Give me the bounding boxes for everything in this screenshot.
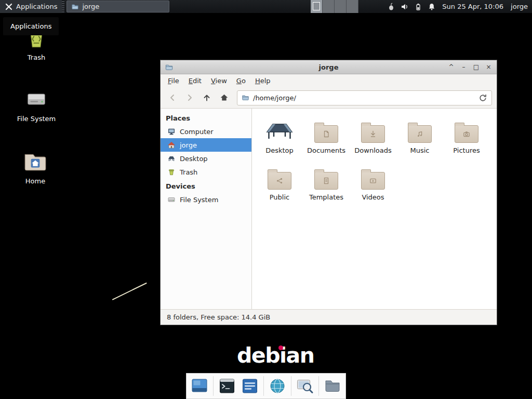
location-path[interactable]: /home/jorge/ bbox=[253, 94, 475, 102]
file-manager-icon[interactable] bbox=[323, 377, 342, 395]
sidebar: Places Computer jorge bbox=[161, 109, 252, 309]
window-body: Places Computer jorge bbox=[161, 109, 497, 309]
share-emblem-icon bbox=[275, 177, 284, 185]
file-item-music[interactable]: Music bbox=[396, 116, 443, 154]
file-grid: Desktop Documents bbox=[256, 116, 493, 201]
file-item-desktop[interactable]: Desktop bbox=[256, 116, 303, 154]
menu-help[interactable]: Help bbox=[250, 75, 275, 87]
notification-bell-icon[interactable] bbox=[428, 3, 436, 11]
folder-icon bbox=[361, 125, 385, 143]
toolbar: /home/jorge/ bbox=[161, 87, 497, 109]
desk-icon bbox=[167, 154, 176, 163]
sidebar-item-trash[interactable]: Trash bbox=[161, 165, 251, 179]
music-emblem-icon bbox=[416, 130, 424, 138]
applications-menu-button[interactable]: Applications bbox=[0, 0, 62, 13]
minimize-button[interactable]: – bbox=[460, 63, 468, 71]
sidebar-item-computer[interactable]: Computer bbox=[161, 125, 251, 138]
reload-icon[interactable] bbox=[478, 94, 487, 102]
file-item-documents[interactable]: Documents bbox=[303, 116, 350, 154]
trash-icon bbox=[167, 168, 176, 176]
file-manager-window: jorge ^ – □ × File Edit View Go Help bbox=[160, 60, 497, 325]
settings-editor-icon[interactable] bbox=[241, 377, 259, 395]
file-item-label: Music bbox=[410, 147, 430, 154]
file-item-label: Downloads bbox=[354, 147, 391, 154]
battery-icon[interactable] bbox=[414, 3, 422, 11]
home-folder-icon bbox=[23, 150, 48, 174]
window-controls: ^ – □ × bbox=[447, 63, 493, 71]
forward-icon bbox=[185, 93, 194, 102]
workspace-pager[interactable] bbox=[311, 0, 358, 13]
screenshot-tool-icon[interactable] bbox=[296, 377, 314, 395]
drive-icon bbox=[167, 195, 176, 204]
workspace-2[interactable] bbox=[323, 0, 335, 13]
window-title: jorge bbox=[161, 63, 497, 71]
up-button[interactable] bbox=[200, 90, 214, 105]
desktop-icon-label: File System bbox=[17, 115, 56, 123]
file-item-label: Pictures bbox=[453, 147, 480, 154]
file-view[interactable]: Desktop Documents bbox=[252, 109, 497, 309]
workspace-3[interactable] bbox=[335, 0, 347, 13]
location-bar[interactable]: /home/jorge/ bbox=[237, 90, 492, 105]
panel-user-menu[interactable]: jorge bbox=[511, 0, 528, 13]
up-icon bbox=[202, 93, 211, 102]
desktop-icon-home[interactable]: Home bbox=[12, 150, 59, 185]
statusbar: 8 folders, Free space: 14.4 GiB bbox=[161, 309, 497, 325]
web-browser-icon[interactable] bbox=[268, 377, 287, 395]
folder-icon bbox=[408, 125, 432, 143]
file-item-templates[interactable]: Templates bbox=[303, 163, 350, 201]
status-text: 8 folders, Free space: 14.4 GiB bbox=[167, 313, 270, 321]
close-button[interactable]: × bbox=[485, 63, 493, 71]
file-item-videos[interactable]: Videos bbox=[350, 163, 396, 201]
folder-icon bbox=[71, 3, 79, 10]
volume-icon[interactable] bbox=[401, 3, 409, 11]
desktop-icon-file-system[interactable]: File System bbox=[13, 87, 60, 123]
file-item-public[interactable]: Public bbox=[256, 163, 303, 201]
sidebar-item-label: File System bbox=[180, 196, 218, 204]
devices-header: Devices bbox=[161, 179, 251, 193]
forward-button[interactable] bbox=[182, 90, 197, 105]
folder-icon bbox=[314, 172, 338, 190]
home-button[interactable] bbox=[217, 90, 231, 105]
sidebar-item-label: Desktop bbox=[180, 155, 208, 163]
menu-view[interactable]: View bbox=[206, 75, 232, 87]
document-emblem-icon bbox=[322, 130, 330, 138]
dock-separator bbox=[263, 376, 264, 396]
back-icon bbox=[168, 93, 177, 102]
download-emblem-icon bbox=[369, 130, 377, 138]
sidebar-item-jorge[interactable]: jorge bbox=[161, 138, 251, 152]
camera-emblem-icon bbox=[462, 130, 471, 138]
desktop: { "panel": { "applications_label": "Appl… bbox=[0, 0, 532, 399]
places-header: Places bbox=[161, 111, 251, 125]
maximize-button[interactable]: □ bbox=[472, 63, 480, 71]
shade-button[interactable]: ^ bbox=[447, 63, 455, 71]
menu-file[interactable]: File bbox=[163, 75, 184, 87]
sidebar-item-file-system[interactable]: File System bbox=[161, 193, 251, 206]
sidebar-item-label: Computer bbox=[180, 128, 214, 136]
folder-icon bbox=[455, 125, 478, 143]
menu-edit[interactable]: Edit bbox=[184, 75, 206, 87]
computer-icon bbox=[167, 127, 176, 136]
file-item-label: Videos bbox=[362, 193, 384, 201]
file-item-pictures[interactable]: Pictures bbox=[443, 116, 490, 154]
sidebar-item-label: jorge bbox=[180, 141, 197, 149]
taskbar-window-label: jorge bbox=[82, 3, 99, 10]
panel-clock[interactable]: Sun 25 Apr, 10:06 bbox=[442, 0, 503, 13]
file-item-label: Public bbox=[270, 193, 289, 201]
sidebar-item-desktop[interactable]: Desktop bbox=[161, 152, 251, 165]
applications-tooltip: Applications bbox=[3, 17, 59, 35]
back-button[interactable] bbox=[165, 90, 180, 105]
sidebar-item-label: Trash bbox=[180, 168, 197, 176]
desktop-icon-label: Trash bbox=[28, 54, 45, 61]
workspace-1[interactable] bbox=[311, 0, 323, 13]
taskbar-window-button[interactable]: jorge bbox=[66, 1, 169, 12]
window-titlebar[interactable]: jorge ^ – □ × bbox=[161, 60, 497, 74]
menu-go[interactable]: Go bbox=[232, 75, 250, 87]
mouse-status-icon[interactable] bbox=[387, 3, 395, 11]
workspace-4[interactable] bbox=[347, 0, 358, 13]
terminal-icon[interactable] bbox=[218, 377, 236, 395]
home-icon bbox=[167, 141, 176, 149]
desktop-settings-icon[interactable] bbox=[190, 377, 209, 395]
panel-separator bbox=[62, 0, 64, 13]
desk-icon bbox=[265, 119, 294, 143]
file-item-downloads[interactable]: Downloads bbox=[350, 116, 396, 154]
